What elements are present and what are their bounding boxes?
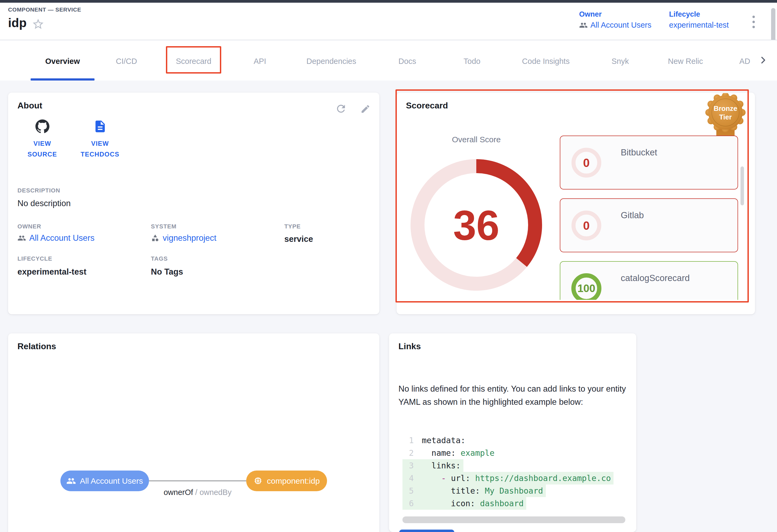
tab-overview[interactable]: Overview bbox=[45, 57, 80, 66]
lifecycle-label: Lifecycle bbox=[669, 10, 729, 18]
relation-node-component[interactable]: component:idp bbox=[246, 471, 327, 491]
techdocs-icon bbox=[93, 119, 107, 133]
entity-overview-page: COMPONENT — SERVICE idp Owner All Accoun… bbox=[0, 0, 777, 532]
links-card-title: Links bbox=[399, 342, 421, 351]
page-header: COMPONENT — SERVICE idp Owner All Accoun… bbox=[0, 3, 777, 40]
overall-score-donut: 36 bbox=[411, 159, 542, 291]
gitlab-score-donut: 0 bbox=[570, 210, 602, 241]
svg-text:100: 100 bbox=[577, 282, 595, 294]
tab-docs[interactable]: Docs bbox=[399, 57, 416, 66]
description-value: No description bbox=[17, 198, 71, 208]
svg-text:0: 0 bbox=[583, 156, 589, 169]
scorecard-item-list: 0 Bitbucket 0 Gitlab 100 bbox=[558, 133, 743, 300]
about-card-title: About bbox=[17, 101, 42, 111]
page-title: idp bbox=[8, 16, 27, 30]
owner-label: Owner bbox=[579, 10, 651, 18]
system-field-label: SYSTEM bbox=[151, 223, 177, 230]
scorecard-list-scrollbar[interactable] bbox=[741, 166, 744, 205]
relation-node-label: component:idp bbox=[267, 477, 320, 486]
owner-meta: Owner All Account Users bbox=[579, 10, 651, 29]
owner-field-link[interactable]: All Account Users bbox=[17, 233, 95, 243]
description-label: DESCRIPTION bbox=[17, 187, 60, 194]
system-field-link[interactable]: vigneshproject bbox=[151, 233, 216, 243]
tab-dependencies[interactable]: Dependencies bbox=[306, 57, 356, 66]
tags-field-value: No Tags bbox=[151, 267, 183, 277]
type-field-label: TYPE bbox=[284, 223, 301, 230]
owner-link[interactable]: All Account Users bbox=[579, 21, 651, 29]
overall-score-value: 36 bbox=[453, 202, 500, 249]
view-techdocs-label: VIEW TECHDOCS bbox=[71, 138, 129, 160]
tab-todo[interactable]: Todo bbox=[464, 57, 480, 66]
relation-edge bbox=[149, 481, 246, 481]
code-horizontal-scrollbar[interactable] bbox=[403, 516, 625, 523]
scorecard-item-gitlab[interactable]: 0 Gitlab bbox=[560, 198, 738, 252]
scorecard-item-catalogscorecard[interactable]: 100 catalogScorecard bbox=[560, 261, 738, 300]
view-source-label: VIEW SOURCE bbox=[13, 138, 71, 160]
yaml-example-code: 1metadata: 2 name: example 3 links: 4 - … bbox=[403, 434, 628, 510]
view-source-link[interactable]: VIEW SOURCE bbox=[13, 119, 71, 160]
code-line-highlighted: 4 - url: https://dashboard.example.co bbox=[403, 472, 614, 485]
active-tab-indicator bbox=[31, 79, 95, 81]
bitbucket-score-donut: 0 bbox=[570, 147, 602, 178]
lifecycle-value: experimental-test bbox=[669, 21, 729, 29]
scorecard-item-name: catalogScorecard bbox=[621, 273, 690, 283]
breadcrumb: COMPONENT — SERVICE bbox=[8, 6, 81, 13]
links-card: Links No links defined for this entity. … bbox=[389, 334, 636, 532]
tags-field-label: TAGS bbox=[151, 255, 168, 262]
svg-text:0: 0 bbox=[583, 219, 589, 232]
tabs-scroll-right-chevron-icon[interactable] bbox=[758, 55, 768, 65]
code-line: 2 name: example bbox=[403, 447, 497, 459]
scorecard-item-bitbucket[interactable]: 0 Bitbucket bbox=[560, 136, 738, 189]
scorecard-card: Scorecard bbox=[397, 93, 755, 314]
scorecard-item-name: Gitlab bbox=[621, 210, 644, 220]
overall-score-label: Overall Score bbox=[423, 135, 530, 144]
favorite-star-icon[interactable] bbox=[32, 18, 44, 31]
more-options-kebab-icon[interactable] bbox=[749, 14, 758, 31]
group-icon bbox=[66, 476, 76, 486]
type-field-value: service bbox=[284, 234, 313, 244]
chip-icon bbox=[253, 476, 263, 486]
lifecycle-field-label: LIFECYCLE bbox=[17, 255, 52, 262]
catalogscorecard-score-donut: 100 bbox=[570, 272, 602, 300]
github-icon bbox=[35, 119, 49, 133]
relation-edge-label: ownerOf / ownedBy bbox=[144, 488, 251, 497]
badge-line1: Bronze bbox=[713, 104, 737, 113]
relations-card-title: Relations bbox=[17, 342, 56, 351]
tab-overflow-truncated[interactable]: AD bbox=[740, 57, 750, 66]
lifecycle-meta: Lifecycle experimental-test bbox=[669, 10, 729, 29]
view-techdocs-link[interactable]: VIEW TECHDOCS bbox=[71, 119, 129, 160]
relation-node-owner[interactable]: All Account Users bbox=[61, 471, 149, 491]
tab-code-insights[interactable]: Code Insights bbox=[522, 57, 569, 66]
group-icon bbox=[579, 21, 588, 29]
edit-pencil-icon[interactable] bbox=[360, 104, 370, 114]
code-line: 1metadata: bbox=[403, 434, 468, 447]
partially-visible-action-button[interactable] bbox=[399, 530, 454, 532]
tab-new-relic[interactable]: New Relic bbox=[668, 57, 703, 66]
code-line-highlighted: 3 links: bbox=[403, 459, 463, 472]
owner-field-label: OWNER bbox=[17, 223, 41, 230]
scorecard-item-name: Bitbucket bbox=[621, 147, 657, 157]
category-icon bbox=[151, 234, 159, 242]
relations-card: Relations All Account Users component:id… bbox=[8, 334, 379, 532]
entity-tabs: Overview CI/CD Scorecard API Dependencie… bbox=[0, 40, 777, 81]
tab-api[interactable]: API bbox=[254, 57, 266, 66]
code-line-highlighted: 5 title: My Dashboard bbox=[403, 485, 546, 497]
about-card: About VIEW SOURCE VIEW TECHDOCS DE bbox=[8, 93, 379, 314]
scorecard-card-title: Scorecard bbox=[406, 101, 448, 111]
relation-node-label: All Account Users bbox=[80, 477, 143, 486]
code-line-highlighted: 6 icon: dashboard bbox=[403, 497, 526, 510]
links-empty-text: No links defined for this entity. You ca… bbox=[399, 383, 628, 409]
refresh-icon[interactable] bbox=[335, 103, 347, 115]
badge-line2: Tier bbox=[719, 113, 732, 121]
group-icon bbox=[17, 234, 26, 242]
tab-cicd[interactable]: CI/CD bbox=[116, 57, 137, 66]
tab-scorecard[interactable]: Scorecard bbox=[176, 57, 211, 66]
tab-snyk[interactable]: Snyk bbox=[612, 57, 629, 66]
lifecycle-field-value: experimental-test bbox=[17, 267, 87, 277]
top-window-bar bbox=[0, 0, 777, 3]
